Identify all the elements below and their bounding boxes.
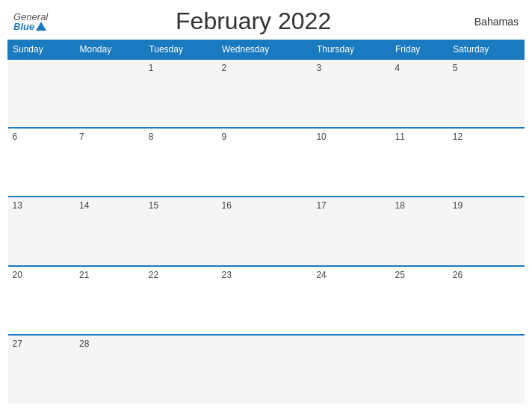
calendar-week-row: 20212223242526: [8, 266, 525, 335]
calendar-day-cell: 17: [312, 197, 390, 265]
calendar-day-cell: 21: [75, 266, 144, 335]
calendar-day-cell: 19: [448, 197, 525, 265]
day-number: 1: [149, 63, 154, 73]
day-number: 22: [149, 270, 158, 280]
calendar-day-cell: 3: [312, 59, 390, 128]
calendar-day-cell: 27: [8, 335, 75, 404]
col-thursday: Thursday: [312, 40, 390, 60]
col-tuesday: Tuesday: [144, 40, 217, 60]
day-number: 18: [395, 200, 404, 211]
day-number: 26: [453, 270, 463, 280]
day-number: 12: [453, 132, 463, 142]
day-number: 23: [222, 270, 232, 280]
calendar-day-cell: 9: [217, 128, 312, 197]
day-number: 14: [79, 200, 89, 211]
calendar-day-cell: [75, 59, 144, 128]
day-number: 7: [79, 132, 84, 142]
day-number: 8: [149, 132, 154, 142]
calendar-day-cell: 23: [217, 266, 312, 335]
day-number: 4: [395, 63, 400, 73]
day-number: 27: [13, 339, 22, 349]
day-number: 17: [316, 200, 326, 211]
day-number: 3: [316, 63, 321, 73]
day-number: 10: [316, 132, 326, 142]
day-number: 20: [13, 270, 22, 280]
day-number: 28: [79, 339, 89, 349]
calendar-day-cell: 14: [75, 197, 144, 265]
day-number: 11: [395, 132, 404, 142]
logo-general-text: General: [13, 12, 48, 22]
calendar-day-cell: [8, 59, 75, 128]
calendar-day-cell: 7: [75, 128, 144, 197]
calendar-day-cell: 12: [448, 128, 525, 197]
calendar-day-cell: 11: [390, 128, 448, 197]
calendar-day-cell: 4: [390, 59, 448, 128]
col-friday: Friday: [390, 40, 448, 60]
calendar-week-row: 2728: [8, 335, 525, 404]
calendar-day-cell: [312, 335, 390, 404]
day-number: 9: [222, 132, 227, 142]
col-wednesday: Wednesday: [217, 40, 312, 60]
calendar-day-cell: [448, 335, 525, 404]
calendar-day-cell: 1: [144, 59, 217, 128]
country-label: Bahamas: [459, 16, 519, 28]
day-number: 2: [222, 63, 227, 73]
calendar-day-cell: 24: [312, 266, 390, 335]
calendar-day-cell: [144, 335, 217, 404]
calendar-week-row: 13141516171819: [8, 197, 525, 265]
calendar-day-cell: 8: [144, 128, 217, 197]
calendar-day-cell: [390, 335, 448, 404]
calendar-day-cell: 16: [217, 197, 312, 265]
logo: General Blue: [13, 12, 48, 31]
logo-blue-text: Blue: [13, 22, 34, 31]
day-number: 16: [222, 200, 232, 211]
calendar-day-cell: 2: [217, 59, 312, 128]
calendar-body: 1234567891011121314151617181920212223242…: [8, 59, 525, 404]
calendar-day-cell: 10: [312, 128, 390, 197]
col-saturday: Saturday: [448, 40, 525, 60]
day-number: 25: [395, 270, 404, 280]
day-number: 15: [149, 200, 158, 211]
day-number: 24: [316, 270, 326, 280]
calendar-day-cell: 13: [8, 197, 75, 265]
calendar-day-cell: 25: [390, 266, 448, 335]
logo-triangle-icon: [36, 22, 46, 31]
day-number: 13: [13, 200, 22, 211]
day-number: 19: [453, 200, 463, 211]
calendar-title: February 2022: [48, 7, 459, 35]
calendar-day-cell: [217, 335, 312, 404]
calendar-day-cell: 15: [144, 197, 217, 265]
day-number: 21: [79, 270, 89, 280]
calendar-day-cell: 20: [8, 266, 75, 335]
calendar-table: Sunday Monday Tuesday Wednesday Thursday…: [7, 40, 525, 404]
calendar-week-row: 6789101112: [8, 128, 525, 197]
calendar-day-cell: 18: [390, 197, 448, 265]
calendar-header-row: Sunday Monday Tuesday Wednesday Thursday…: [8, 40, 525, 60]
calendar-day-cell: 22: [144, 266, 217, 335]
col-monday: Monday: [75, 40, 144, 60]
calendar-day-cell: 5: [448, 59, 525, 128]
calendar-day-cell: 28: [75, 335, 144, 404]
col-sunday: Sunday: [8, 40, 75, 60]
calendar-week-row: 12345: [8, 59, 525, 128]
calendar-day-cell: 6: [8, 128, 75, 197]
day-number: 6: [13, 132, 18, 142]
calendar-container: Sunday Monday Tuesday Wednesday Thursday…: [0, 40, 532, 411]
calendar-header: General Blue February 2022 Bahamas: [0, 0, 532, 40]
calendar-day-cell: 26: [448, 266, 525, 335]
day-number: 5: [453, 63, 458, 73]
